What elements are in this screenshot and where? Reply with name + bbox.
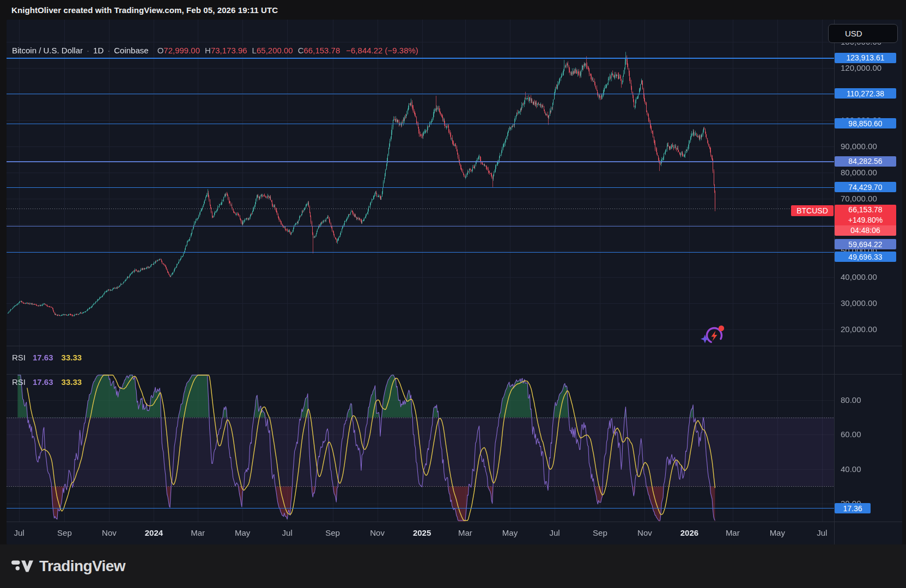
- time-axis-label: May: [235, 528, 250, 537]
- rsi-legend: RSI 17.63 33.33: [12, 377, 82, 387]
- time-axis-label: Nov: [102, 528, 117, 537]
- attribution-text: KnightOliver created with TradingView.co…: [11, 5, 278, 15]
- price-line-label: 84,282.56: [835, 156, 896, 167]
- rsi-ma-value: 33.33: [62, 377, 82, 387]
- symbol-legend: Bitcoin / U.S. Dollar · 1D · Coinbase O7…: [12, 46, 418, 55]
- price-axis[interactable]: 66,153.78 +149.80% 04:48:06 17.36 130,00…: [834, 20, 902, 544]
- attribution-bar: KnightOliver created with TradingView.co…: [0, 0, 906, 20]
- price-line-label: 110,272.38: [835, 88, 896, 99]
- footer: TradingView: [0, 544, 906, 588]
- rsi-title: RSI: [12, 353, 26, 362]
- price-gridline-label: 30,000.00: [841, 298, 877, 308]
- rsi-horizontal-line[interactable]: [7, 508, 834, 509]
- lightning-bolt-icon: [712, 331, 717, 341]
- legend-separator: ·: [87, 46, 89, 55]
- price-horizontal-line[interactable]: [7, 124, 834, 124]
- price-gridline-label: 70,000.00: [841, 194, 877, 204]
- currency-label: USD: [845, 29, 862, 38]
- time-axis-label: Sep: [325, 528, 340, 537]
- last-price-value: 66,153.78: [835, 205, 896, 215]
- price-gridline-label: 80,000.00: [841, 168, 877, 177]
- price-line-label: 74,429.70: [835, 182, 896, 192]
- time-axis-label: Mar: [191, 528, 205, 537]
- rsi-legend-collapsed: RSI 17.63 33.33: [12, 353, 82, 362]
- rsi-ma-value: 33.33: [62, 353, 82, 362]
- price-line-label: 123,913.61: [835, 53, 896, 63]
- change-value: −6,844.22 (−9.38%): [346, 46, 418, 55]
- time-axis-label: Jul: [817, 528, 827, 537]
- ohlc-pair: H73,173.96: [205, 46, 247, 55]
- time-axis-label: Mar: [458, 528, 472, 537]
- plot-area[interactable]: Bitcoin / U.S. Dollar · 1D · Coinbase O7…: [7, 20, 834, 544]
- price-line-label: 49,696.33: [835, 252, 896, 262]
- time-axis-label: May: [770, 528, 785, 537]
- price-horizontal-line[interactable]: [7, 161, 834, 162]
- drawings-layer: [7, 20, 834, 544]
- price-horizontal-line[interactable]: [7, 252, 834, 253]
- time-axis-label: May: [502, 528, 518, 537]
- last-price-label: 66,153.78 +149.80% 04:48:06: [835, 205, 896, 236]
- ohlc-pair: O72,999.00: [157, 46, 200, 55]
- interval-label: 1D: [93, 46, 104, 55]
- time-axis-label: 2024: [145, 528, 163, 537]
- rsi-title: RSI: [12, 377, 26, 387]
- rsi-gridline-label: 80.00: [841, 395, 861, 405]
- time-axis[interactable]: JulSepNov2024MarMayJulSepNov2025MarMayJu…: [7, 522, 902, 544]
- last-price-change: +149.80%: [835, 215, 896, 225]
- exchange-label: Coinbase: [114, 46, 148, 55]
- tradingview-logo-icon: [11, 559, 33, 573]
- price-gridline-label: 40,000.00: [841, 272, 877, 282]
- rsi-gridline-label: 60.00: [841, 430, 861, 439]
- pane-separator[interactable]: [7, 374, 902, 375]
- price-gridline-label: 90,000.00: [841, 142, 877, 151]
- time-axis-label: Nov: [370, 528, 385, 537]
- price-gridline-label: 20,000.00: [841, 324, 877, 334]
- time-axis-label: Jul: [14, 528, 24, 537]
- tradingview-flash-icon: [700, 324, 726, 346]
- ohlc-values: O72,999.00H73,173.96L65,200.00C66,153.78: [157, 46, 345, 55]
- price-horizontal-line[interactable]: [7, 94, 834, 94]
- price-horizontal-line[interactable]: [7, 58, 834, 58]
- ohlc-pair: L65,200.00: [252, 46, 293, 55]
- rsi-gridline-label: 40.00: [841, 464, 861, 474]
- sparkle-icon: [701, 335, 709, 344]
- rsi-value: 17.63: [33, 377, 53, 387]
- pane-separator[interactable]: [7, 346, 902, 346]
- price-horizontal-line[interactable]: [7, 226, 834, 226]
- time-axis-label: Jul: [282, 528, 293, 537]
- page: KnightOliver created with TradingView.co…: [0, 0, 906, 588]
- time-axis-label: 2026: [680, 528, 698, 537]
- ticker-price-tag: BTCUSD: [791, 205, 834, 216]
- bar-countdown: 04:48:06: [835, 225, 896, 236]
- price-line-label: 59,694.22: [835, 239, 896, 249]
- flash-dot: [719, 326, 724, 331]
- time-axis-label: Nov: [637, 528, 652, 537]
- time-axis-label: Sep: [57, 528, 72, 537]
- time-axis-label: Jul: [549, 528, 560, 537]
- brand-name: TradingView: [39, 558, 125, 575]
- chart-container: Bitcoin / U.S. Dollar · 1D · Coinbase O7…: [7, 20, 902, 544]
- ohlc-pair: C66,153.78: [298, 46, 340, 55]
- currency-toggle-button[interactable]: USD: [828, 24, 898, 43]
- symbol-name: Bitcoin / U.S. Dollar: [12, 46, 83, 55]
- price-gridline-label: 120,000.00: [841, 63, 881, 73]
- time-axis-label: 2025: [413, 528, 431, 537]
- legend-separator: ·: [107, 46, 110, 55]
- last-price-line: [7, 209, 834, 209]
- time-axis-label: Sep: [593, 528, 607, 537]
- rsi-value: 17.63: [33, 353, 53, 362]
- price-line-label: 98,850.60: [835, 118, 896, 128]
- time-axis-label: Mar: [726, 528, 740, 537]
- price-horizontal-line[interactable]: [7, 187, 834, 188]
- rsi-line-label: 17.36: [835, 503, 871, 513]
- ticker-symbol: BTCUSD: [796, 206, 828, 215]
